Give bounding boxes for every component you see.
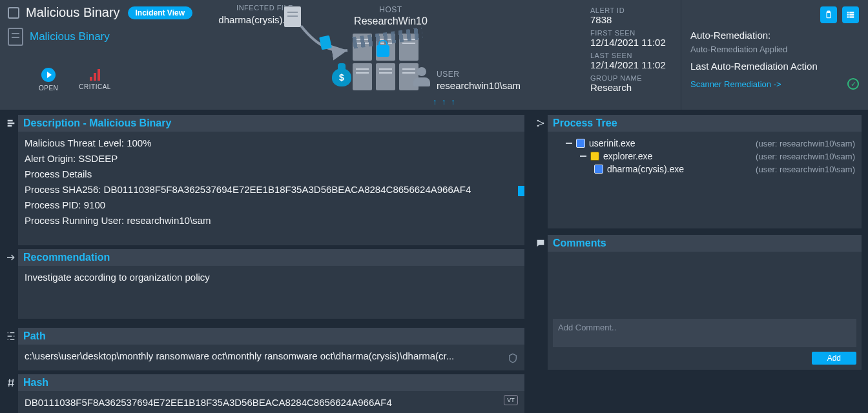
description-header: Description - Malicious Binary bbox=[18, 115, 524, 132]
process-tree-header: Process Tree bbox=[548, 115, 862, 132]
process-tree-section-icon bbox=[535, 118, 546, 128]
alert-id-label: ALERT ID bbox=[590, 6, 676, 14]
shield-icon bbox=[508, 352, 518, 368]
add-comment-button[interactable]: Add bbox=[812, 352, 856, 365]
auto-remediation-value: Auto-Remediation Applied bbox=[690, 45, 787, 54]
play-icon bbox=[41, 68, 56, 82]
list-view-button[interactable] bbox=[842, 6, 859, 23]
collapse-arrows-icon[interactable]: ↑ ↑ ↑ bbox=[433, 97, 457, 106]
svg-rect-6 bbox=[847, 16, 849, 17]
recommendation-header: Recommendation bbox=[18, 249, 524, 266]
desc-line: Malicious Threat Level: 100% bbox=[25, 136, 518, 151]
last-action-label: Last Auto-Remediation Action bbox=[690, 61, 818, 72]
hash-section-icon bbox=[6, 378, 16, 388]
path-header: Path bbox=[18, 328, 524, 345]
path-text: c:\users\user\desktop\monthly ransomware… bbox=[25, 350, 454, 361]
recommendation-text: Investigate according to organization po… bbox=[25, 270, 518, 285]
lock-icon bbox=[377, 45, 389, 57]
top-left-panel: Malicious Binary Incident View Malicious… bbox=[0, 0, 200, 110]
user-name: researchwin10\sam bbox=[437, 80, 521, 91]
relationship-diagram: INFECTED FILE dharma(crysis)... HOST Res… bbox=[200, 0, 590, 110]
meta-column: ALERT ID 7838 FIRST SEEN 12/14/2021 11:0… bbox=[590, 0, 681, 110]
tree-row[interactable]: dharma(crysis).exe (user: researchwin10\… bbox=[554, 163, 855, 176]
user-icon bbox=[413, 67, 430, 86]
hash-body: DB0111038F5F8A362537694E72EE1B18F35A3D56… bbox=[18, 391, 524, 413]
svg-rect-5 bbox=[849, 14, 854, 15]
desc-line: Alert Origin: SSDEEP bbox=[25, 151, 518, 166]
host-label: HOST bbox=[349, 5, 433, 14]
description-section-icon bbox=[6, 118, 16, 128]
collapse-icon[interactable] bbox=[566, 143, 572, 144]
status-critical[interactable]: CRITICAL bbox=[79, 68, 111, 92]
process-app-icon bbox=[594, 165, 603, 174]
select-checkbox[interactable] bbox=[8, 7, 19, 19]
top-right-panel: Auto-Remediation: Auto-Remediation Appli… bbox=[681, 0, 868, 110]
page-title: Malicious Binary bbox=[26, 5, 121, 20]
comments-section-icon bbox=[535, 238, 546, 248]
incident-view-button[interactable]: Incident View bbox=[128, 6, 192, 19]
document-icon bbox=[8, 28, 23, 46]
tree-row[interactable]: userinit.exe (user: researchwin10\sam) bbox=[554, 137, 855, 150]
path-section-icon bbox=[6, 331, 16, 341]
svg-rect-4 bbox=[847, 14, 849, 15]
group-value: Research bbox=[590, 82, 676, 93]
auto-remediation-label: Auto-Remediation: bbox=[690, 30, 770, 41]
tree-row[interactable]: explorer.exe (user: researchwin10\sam) bbox=[554, 150, 855, 163]
scanner-remediation-link[interactable]: Scanner Remediation -> bbox=[690, 79, 781, 89]
comments-header: Comments bbox=[548, 235, 862, 252]
scrollbar-thumb[interactable] bbox=[518, 186, 524, 196]
desc-line: Process SHA256: DB0111038F5F8A362537694E… bbox=[25, 182, 518, 197]
group-label: GROUP NAME bbox=[590, 74, 676, 82]
money-bag-icon: $ bbox=[332, 68, 351, 86]
critical-icon bbox=[90, 68, 100, 81]
first-seen-label: FIRST SEEN bbox=[590, 29, 676, 37]
process-folder-icon bbox=[590, 152, 599, 161]
desc-line: Process PID: 9100 bbox=[25, 197, 518, 213]
svg-rect-2 bbox=[847, 12, 849, 13]
recommendation-body: Investigate according to organization po… bbox=[18, 266, 524, 319]
svg-rect-7 bbox=[849, 16, 854, 17]
process-app-icon bbox=[576, 139, 585, 148]
clipboard-button[interactable] bbox=[820, 6, 837, 23]
hash-header: Hash bbox=[18, 374, 524, 391]
collapse-icon[interactable] bbox=[580, 156, 586, 157]
process-tree-body: userinit.exe (user: researchwin10\sam) e… bbox=[548, 132, 862, 228]
last-seen-value: 12/14/2021 11:02 bbox=[590, 59, 676, 70]
success-check-icon: ✓ bbox=[847, 78, 859, 90]
comments-body: Add bbox=[548, 252, 862, 370]
host-name: ResearchWin10 bbox=[349, 15, 433, 27]
description-body: Malicious Threat Level: 100% Alert Origi… bbox=[18, 132, 524, 245]
file-stack-icon-2 bbox=[353, 63, 418, 90]
virustotal-badge[interactable]: VT bbox=[504, 395, 518, 405]
comment-input[interactable] bbox=[553, 319, 856, 347]
status-open[interactable]: OPEN bbox=[39, 68, 58, 92]
recommendation-section-icon bbox=[6, 252, 16, 263]
infected-file-name: dharma(crysis)... bbox=[207, 14, 291, 25]
subtitle: Malicious Binary bbox=[30, 30, 110, 43]
desc-line: Process Details bbox=[25, 166, 518, 182]
path-body: c:\users\user\desktop\monthly ransomware… bbox=[18, 345, 524, 370]
svg-rect-3 bbox=[849, 12, 854, 13]
alert-id-value: 7838 bbox=[590, 14, 676, 25]
last-seen-label: LAST SEEN bbox=[590, 52, 676, 59]
desc-line: Process Running User: researchwin10\sam bbox=[25, 213, 518, 228]
hash-text: DB0111038F5F8A362537694E72EE1B18F35A3D56… bbox=[25, 397, 392, 408]
first-seen-value: 12/14/2021 11:02 bbox=[590, 37, 676, 48]
top-bar: Malicious Binary Incident View Malicious… bbox=[0, 0, 868, 110]
user-label: USER bbox=[437, 70, 459, 79]
